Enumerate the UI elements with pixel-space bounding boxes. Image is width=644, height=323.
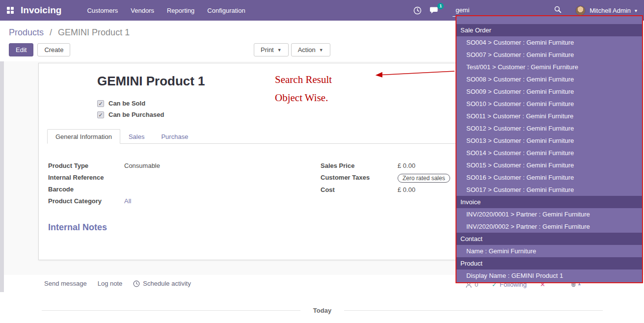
navbar-menu: CustomersVendorsReportingConfiguration <box>87 7 245 14</box>
annotation-text: Search Result Object Wise. <box>275 71 332 107</box>
checkbox-can-be-sold[interactable]: ✓ <box>97 100 104 107</box>
field-label: Sales Price <box>321 162 398 169</box>
field-row-barcode: Barcode <box>48 186 259 194</box>
nav-menu-customers[interactable]: Customers <box>87 7 118 14</box>
field-label: Customer Taxes <box>321 174 398 181</box>
record-action-buttons: Edit Create <box>9 43 70 56</box>
schedule-activity-button[interactable]: Schedule activity <box>133 280 191 287</box>
tab-general-information[interactable]: General Information <box>47 129 120 144</box>
today-label: Today <box>313 307 331 314</box>
field-value[interactable]: All <box>124 197 131 205</box>
search-result-item[interactable]: SO013 > Customer : Gemini Furniture <box>456 135 642 147</box>
search-category-contact: Contact <box>456 233 642 245</box>
left-scroll-strip[interactable] <box>0 61 4 292</box>
search-result-item[interactable]: SO011 > Customer : Gemini Furniture <box>456 110 642 122</box>
field-value: Zero rated sales <box>398 174 450 183</box>
product-flags: ✓Can be Sold✓Can be Purchased <box>97 100 164 122</box>
log-note-button[interactable]: Log note <box>98 280 123 287</box>
messages-icon[interactable]: 1 <box>429 6 439 15</box>
search-result-item[interactable]: Name : Gemini Furniture <box>456 245 642 257</box>
print-button[interactable]: Print▼ <box>254 43 289 56</box>
search-result-item[interactable]: SO016 > Customer : Gemini Furniture <box>456 171 642 184</box>
action-button[interactable]: Action▼ <box>291 43 330 56</box>
field-row-product-type: Product TypeConsumable <box>48 162 259 170</box>
product-title: GEMINI Product 1 <box>97 74 205 89</box>
search-result-item[interactable]: Test/001 > Customer : Gemini Furniture <box>456 61 642 73</box>
checkbox-row: ✓Can be Sold <box>97 100 164 107</box>
field-label: Cost <box>321 186 398 193</box>
search-result-item[interactable]: INV/2020/0001 > Partner : Gemini Furnitu… <box>456 208 642 220</box>
today-divider: Today <box>42 307 603 314</box>
breadcrumb-separator: / <box>50 27 52 37</box>
breadcrumb-current: GEMINI Product 1 <box>58 27 130 37</box>
annotation-line1: Search Result <box>275 71 332 89</box>
search-category-sale-order: Sale Order <box>456 24 642 36</box>
checkbox-label: Can be Purchased <box>108 111 164 118</box>
field-row-internal-reference: Internal Reference <box>48 174 259 182</box>
search-result-item[interactable]: SO014 > Customer : Gemini Furniture <box>456 147 642 159</box>
search-input[interactable] <box>453 6 554 14</box>
search-category-invoice: Invoice <box>456 196 642 208</box>
internal-notes-heading: Internal Notes <box>48 222 107 233</box>
field-label: Internal Reference <box>48 174 124 181</box>
checkbox-can-be-purchased[interactable]: ✓ <box>97 111 104 118</box>
nav-menu-configuration[interactable]: Configuration <box>207 7 245 14</box>
tab-sales[interactable]: Sales <box>120 129 153 144</box>
breadcrumb-parent-link[interactable]: Products <box>9 27 44 37</box>
field-value: Consumable <box>124 162 160 169</box>
user-name: Mitchell Admin <box>590 7 631 14</box>
left-field-column: Product TypeConsumableInternal Reference… <box>48 162 259 209</box>
search-result-item[interactable]: SO004 > Customer : Gemini Furniture <box>456 36 642 49</box>
field-label: Product Category <box>48 197 124 205</box>
send-message-button[interactable]: Send message <box>44 280 87 287</box>
search-result-item[interactable]: INV/2020/0002 > Partner : Gemini Furnitu… <box>456 220 642 233</box>
search-result-item[interactable]: SO007 > Customer : Gemini Furniture <box>456 49 642 61</box>
field-value: £ 0.00 <box>398 186 415 193</box>
search-result-item[interactable]: SO015 > Customer : Gemini Furniture <box>456 159 642 171</box>
search-icon[interactable] <box>554 6 562 15</box>
search-results-dropdown: Sale OrderSO004 > Customer : Gemini Furn… <box>456 15 643 283</box>
field-row-cost: Cost£ 0.00 <box>321 186 463 194</box>
right-field-column: Sales Price£ 0.00Customer TaxesZero rate… <box>321 162 463 198</box>
edit-button[interactable]: Edit <box>9 43 33 56</box>
annotation-arrow <box>369 67 457 81</box>
clock-icon <box>133 280 140 287</box>
annotation-line2: Object Wise. <box>275 89 332 107</box>
chatter-actions: Send message Log note Schedule activity <box>44 280 191 287</box>
chevron-down-icon: ▼ <box>277 48 282 53</box>
user-avatar <box>575 5 586 16</box>
messages-badge: 1 <box>437 3 444 9</box>
field-value: £ 0.00 <box>398 162 415 169</box>
field-label: Barcode <box>48 186 124 193</box>
apps-menu-icon[interactable] <box>7 7 14 14</box>
nav-menu-reporting[interactable]: Reporting <box>167 7 194 14</box>
checkbox-row: ✓Can be Purchased <box>97 111 164 118</box>
field-label: Product Type <box>48 162 124 169</box>
field-row-sales-price: Sales Price£ 0.00 <box>321 162 463 170</box>
search-result-item[interactable]: SO012 > Customer : Gemini Furniture <box>456 122 642 135</box>
field-row-product-category: Product CategoryAll <box>48 197 259 206</box>
search-result-item[interactable]: SO017 > Customer : Gemini Furniture <box>456 184 642 196</box>
activities-clock-icon[interactable] <box>413 6 422 15</box>
breadcrumb: Products / GEMINI Product 1 <box>9 27 130 38</box>
field-row-customer-taxes: Customer TaxesZero rated sales <box>321 174 463 183</box>
nav-menu-vendors[interactable]: Vendors <box>131 7 154 14</box>
create-button[interactable]: Create <box>37 43 70 56</box>
chevron-down-icon: ▼ <box>319 48 323 53</box>
invoicing-app-screen: Invoicing CustomersVendorsReportingConfi… <box>0 0 644 323</box>
search-result-item[interactable]: SO008 > Customer : Gemini Furniture <box>456 73 642 85</box>
search-result-item[interactable]: Display Name : GEMINI Product 1 <box>456 269 642 282</box>
user-menu[interactable]: Mitchell Admin ▾ <box>575 5 637 16</box>
tab-purchase[interactable]: Purchase <box>153 129 196 144</box>
search-result-item[interactable]: SO010 > Customer : Gemini Furniture <box>456 98 642 110</box>
app-title[interactable]: Invoicing <box>21 5 61 16</box>
chevron-down-icon: ▾ <box>635 8 637 13</box>
checkbox-label: Can be Sold <box>108 100 145 107</box>
search-category-product: Product <box>456 257 642 269</box>
print-action-buttons: Print▼ Action▼ <box>254 43 330 56</box>
search-result-item[interactable]: SO009 > Customer : Gemini Furniture <box>456 85 642 98</box>
